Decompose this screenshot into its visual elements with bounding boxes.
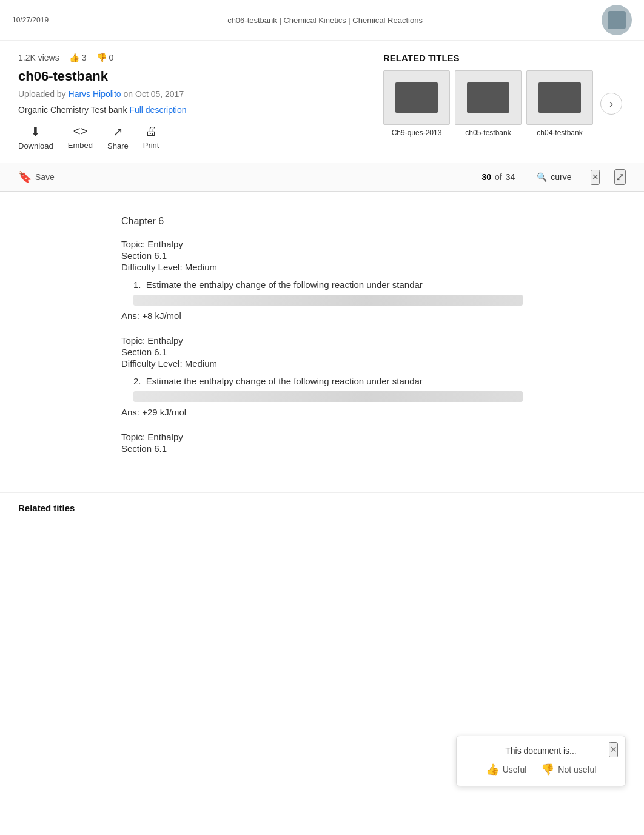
embed-icon: <> bbox=[73, 124, 87, 138]
page-number-input[interactable] bbox=[467, 172, 491, 182]
related-thumb-2 bbox=[526, 70, 593, 125]
dislike-count: 0 bbox=[109, 53, 114, 62]
download-button[interactable]: ⬇ Download bbox=[18, 124, 53, 150]
topic-1: Topic: Enthalpy bbox=[121, 335, 608, 346]
top-bar: 10/27/2019 ch06-testbank | Chemical Kine… bbox=[0, 0, 644, 41]
related-thumb-1 bbox=[455, 70, 522, 125]
download-icon: ⬇ bbox=[30, 124, 41, 139]
action-buttons: ⬇ Download <> Embed ↗ Share 🖨 Print bbox=[18, 124, 365, 150]
related-titles-section: RELATED TITLES Ch9-ques-2013 ch05-testba… bbox=[383, 53, 626, 150]
page-of-label: of bbox=[495, 172, 502, 182]
topic-0: Topic: Enthalpy bbox=[121, 239, 608, 249]
section-0: Section 6.1 bbox=[121, 250, 608, 261]
dislike-button[interactable]: 👎 0 bbox=[96, 53, 114, 62]
related-titles-label: RELATED TITLES bbox=[383, 53, 626, 63]
thumbs-up-icon: 👍 bbox=[69, 53, 79, 62]
bookmark-icon: 🔖 bbox=[18, 170, 32, 184]
related-thumb-0 bbox=[383, 70, 450, 125]
page-title: ch06-testbank | Chemical Kinetics | Chem… bbox=[227, 16, 423, 25]
print-button[interactable]: 🖨 Print bbox=[143, 124, 159, 150]
share-icon: ↗ bbox=[113, 124, 123, 139]
full-description-link[interactable]: Full description bbox=[129, 105, 186, 115]
question-1: 2. Estimate the enthalpy change of the f… bbox=[133, 376, 608, 386]
search-icon: 🔍 bbox=[537, 172, 547, 182]
topic-2: Topic: Enthalpy bbox=[121, 432, 608, 442]
search-area: 🔍 curve bbox=[537, 172, 571, 182]
related-next-button[interactable]: › bbox=[600, 93, 622, 115]
like-button[interactable]: 👍 3 bbox=[69, 53, 87, 62]
search-term: curve bbox=[551, 172, 571, 182]
related-bottom-label: Related titles bbox=[18, 503, 75, 513]
upload-info: Uploaded by Harvs Hipolito on Oct 05, 20… bbox=[18, 89, 365, 99]
save-button[interactable]: 🔖 Save bbox=[18, 170, 55, 184]
section-1: Section 6.1 bbox=[121, 347, 608, 357]
share-button[interactable]: ↗ Share bbox=[107, 124, 129, 150]
related-label-2: ch04-testbank bbox=[526, 129, 593, 137]
topic-block-0: Topic: Enthalpy Section 6.1 Difficulty L… bbox=[121, 239, 608, 321]
answer-1: Ans: +29 kJ/mol bbox=[121, 407, 608, 417]
description: Organic Chemistry Test bank Full descrip… bbox=[18, 105, 365, 115]
topic-block-1: Topic: Enthalpy Section 6.1 Difficulty L… bbox=[121, 335, 608, 417]
chapter-heading: Chapter 6 bbox=[121, 216, 608, 227]
difficulty-1: Difficulty Level: Medium bbox=[121, 358, 608, 369]
embed-button[interactable]: <> Embed bbox=[68, 124, 93, 150]
expand-button[interactable]: ⤢ bbox=[614, 169, 626, 185]
header-left: 1.2K views 👍 3 👎 0 ch06-testbank Uploade… bbox=[18, 53, 365, 150]
difficulty-0: Difficulty Level: Medium bbox=[121, 262, 608, 272]
related-label-0: Ch9-ques-2013 bbox=[383, 129, 450, 137]
avatar bbox=[602, 5, 632, 35]
document-toolbar: 🔖 Save of 34 🔍 curve × ⤢ bbox=[0, 163, 644, 192]
header-section: 1.2K views 👍 3 👎 0 ch06-testbank Uploade… bbox=[0, 41, 644, 163]
answer-0: Ans: +8 kJ/mol bbox=[121, 310, 608, 321]
views-count: 1.2K views bbox=[18, 53, 59, 62]
section-2: Section 6.1 bbox=[121, 443, 608, 454]
page-total: 34 bbox=[506, 172, 515, 182]
related-card-2[interactable]: ch04-testbank bbox=[526, 70, 593, 137]
related-card-1[interactable]: ch05-testbank bbox=[455, 70, 522, 137]
author-link[interactable]: Harvs Hipolito bbox=[69, 89, 121, 99]
related-label-1: ch05-testbank bbox=[455, 129, 522, 137]
question-0: 1. Estimate the enthalpy change of the f… bbox=[133, 280, 608, 290]
topic-block-2: Topic: Enthalpy Section 6.1 bbox=[121, 432, 608, 454]
thumbs-down-icon: 👎 bbox=[96, 53, 107, 62]
blurred-content-1 bbox=[133, 391, 523, 402]
date-label: 10/27/2019 bbox=[12, 16, 49, 24]
search-close-button[interactable]: × bbox=[591, 170, 600, 185]
related-titles-bottom: Related titles bbox=[0, 492, 644, 523]
document-content: Chapter 6 Topic: Enthalpy Section 6.1 Di… bbox=[0, 192, 644, 492]
page-indicator: of 34 bbox=[467, 172, 515, 182]
print-icon: 🖨 bbox=[145, 124, 157, 138]
related-card-0[interactable]: Ch9-ques-2013 bbox=[383, 70, 450, 137]
blurred-content-0 bbox=[133, 295, 523, 306]
views-row: 1.2K views 👍 3 👎 0 bbox=[18, 53, 365, 62]
like-count: 3 bbox=[82, 53, 87, 62]
document-title: ch06-testbank bbox=[18, 69, 365, 84]
related-grid: Ch9-ques-2013 ch05-testbank ch04-testban… bbox=[383, 70, 626, 137]
